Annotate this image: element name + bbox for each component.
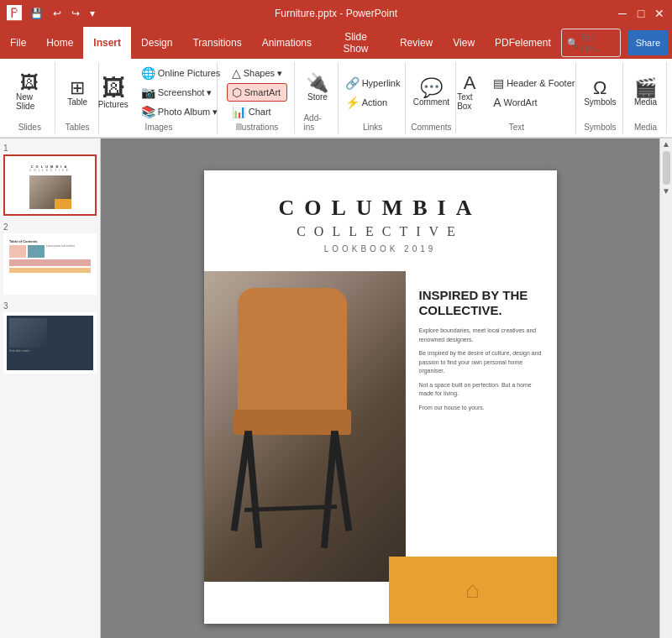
tab-animations[interactable]: Animations — [252, 27, 322, 59]
online-pictures-button[interactable]: 🌐 Online Pictures — [136, 64, 226, 82]
smartart-button[interactable]: ⬡ SmartArt — [227, 83, 287, 102]
title-bar: 🅿 💾 ↩ ↪ ▾ Furniture.pptx - PowerPoint ─ … — [0, 0, 672, 27]
header-footer-button[interactable]: ▤ Header & Footer — [488, 74, 580, 92]
tab-review[interactable]: Review — [390, 27, 443, 59]
group-slides: 🖼 New Slide Slides — [5, 62, 55, 133]
slide-canvas[interactable]: COLUMBIA COLLECTIVE LOOKBOOK 2019 — [204, 170, 557, 624]
group-links: 🔗 Hyperlink ⚡ Action Links — [340, 62, 405, 133]
slide-thumb-2-inner: Table of Contents Lorem ipsum text conte… — [7, 237, 93, 291]
powerpoint-logo-icon: 🅿 — [7, 5, 22, 23]
slide-thumb-1[interactable]: COLUMBIA COLLECTIVE — [3, 154, 97, 216]
maximize-btn[interactable]: □ — [635, 8, 647, 19]
thumb-2-title: Table of Contents — [9, 239, 91, 243]
thumb-2-box2 — [28, 245, 45, 258]
group-symbols: Ω Symbols Symbols — [578, 62, 623, 133]
album-icon: 📚 — [141, 105, 155, 118]
tab-insert[interactable]: Insert — [83, 27, 131, 59]
text-col: ▤ Header & Footer A WordArt — [488, 74, 580, 112]
table-icon: ⊞ — [70, 79, 85, 97]
slide-title-section: COLUMBIA COLLECTIVE LOOKBOOK 2019 — [204, 170, 557, 254]
pictures-icon: 🖼 — [102, 76, 125, 100]
illustrations-col: △ Shapes ▾ ⬡ SmartArt 📊 Chart — [227, 64, 287, 121]
online-pics-icon: 🌐 — [141, 66, 155, 80]
group-tables-content: ⊞ Table — [60, 64, 94, 121]
group-addins-content: 🔌 Store — [301, 64, 334, 112]
wordart-button[interactable]: A WordArt — [488, 93, 580, 112]
comment-button[interactable]: 💬 Comment — [409, 76, 454, 109]
slide-2-preview: Table of Contents Lorem ipsum text conte… — [7, 237, 93, 291]
group-text-content: A Text Box ▤ Header & Footer A WordArt — [453, 64, 580, 121]
tab-file[interactable]: File — [0, 27, 36, 59]
chart-icon: 📊 — [232, 105, 246, 118]
minimize-btn[interactable]: ─ — [617, 8, 628, 19]
links-col: 🔗 Hyperlink ⚡ Action — [340, 74, 406, 112]
shapes-button[interactable]: △ Shapes ▾ — [227, 64, 287, 82]
slide-number-1: 1 — [3, 144, 97, 153]
group-slides-content: 🖼 New Slide — [12, 64, 48, 121]
slide-thumb-1-inner: COLUMBIA COLLECTIVE — [7, 158, 93, 212]
tab-view[interactable]: View — [443, 27, 485, 59]
addins-button[interactable]: 🔌 Store — [301, 71, 334, 104]
wordart-icon: A — [493, 96, 501, 109]
scroll-up-arrow[interactable]: ▲ — [662, 140, 670, 149]
images-col: 🌐 Online Pictures 📷 Screenshot ▾ 📚 Photo… — [136, 64, 226, 121]
media-button[interactable]: 🎬 Media — [629, 76, 663, 109]
tab-slideshow[interactable]: Slide Show — [322, 27, 390, 59]
action-button[interactable]: ⚡ Action — [340, 93, 406, 112]
slide-panel: 1 COLUMBIA COLLECTIVE 2 Table of Content… — [0, 139, 101, 638]
tell-me-box[interactable]: 🔍 Tell me... — [561, 29, 621, 57]
comment-icon: 💬 — [420, 79, 443, 97]
footer-icon: ⌂ — [465, 577, 480, 604]
main-area: 1 COLUMBIA COLLECTIVE 2 Table of Content… — [0, 139, 672, 638]
customize-quick-btn[interactable]: ▾ — [87, 6, 98, 21]
search-icon: 🔍 — [567, 38, 579, 49]
pictures-button[interactable]: 🖼 Pictures — [92, 73, 134, 112]
textbox-button[interactable]: A Text Box — [453, 71, 486, 113]
close-btn[interactable]: ✕ — [654, 8, 665, 19]
slide-body4: From our house to yours. — [419, 404, 543, 413]
group-illustrations-content: △ Shapes ▾ ⬡ SmartArt 📊 Chart — [227, 64, 287, 121]
symbols-icon: Ω — [593, 79, 606, 97]
redo-quick-btn[interactable]: ↪ — [68, 6, 83, 21]
tab-transitions[interactable]: Transitions — [182, 27, 251, 59]
thumb-3-text: Dark slide content — [9, 349, 91, 353]
undo-quick-btn[interactable]: ↩ — [50, 6, 65, 21]
slide-thumb-3[interactable]: Dark slide content — [3, 312, 97, 374]
save-quick-btn[interactable]: 💾 — [27, 6, 46, 21]
share-button[interactable]: Share — [627, 30, 669, 55]
symbols-button[interactable]: Ω Symbols — [580, 76, 620, 109]
slide-1-preview: COLUMBIA COLLECTIVE — [7, 158, 93, 212]
group-images: 🖼 Pictures 🌐 Online Pictures 📷 Screensho… — [101, 62, 218, 133]
photo-album-button[interactable]: 📚 Photo Album ▾ — [136, 102, 226, 121]
tab-design[interactable]: Design — [131, 27, 182, 59]
slide-thumb-2[interactable]: Table of Contents Lorem ipsum text conte… — [3, 233, 97, 295]
action-icon: ⚡ — [345, 96, 360, 109]
slide-number-3: 3 — [3, 301, 97, 311]
group-illustrations: △ Shapes ▾ ⬡ SmartArt 📊 Chart Illustrati… — [219, 62, 295, 133]
slide-body2: Be inspired by the desire of culture, de… — [419, 349, 543, 376]
window-title: Furniture.pptx - PowerPoint — [275, 8, 397, 19]
hyperlink-icon: 🔗 — [345, 76, 360, 90]
hyperlink-button[interactable]: 🔗 Hyperlink — [340, 74, 406, 92]
new-slide-button[interactable]: 🖼 New Slide — [12, 71, 48, 113]
thumb-2-row1: Lorem ipsum text content — [9, 245, 91, 258]
textbox-icon: A — [464, 74, 476, 92]
tab-pdfelement[interactable]: PDFelement — [485, 27, 561, 59]
scroll-down-arrow[interactable]: ▼ — [662, 187, 670, 196]
group-media-content: 🎬 Media — [629, 64, 663, 121]
vertical-scrollbar[interactable]: ▲ ▼ — [659, 139, 672, 638]
chair-leg3 — [230, 431, 251, 531]
scroll-thumb[interactable] — [663, 151, 670, 185]
ribbon: File Home Insert Design Transitions Anim… — [0, 27, 672, 139]
table-button[interactable]: ⊞ Table — [60, 76, 94, 109]
tab-home[interactable]: Home — [36, 27, 83, 59]
slide-title-line2: COLLECTIVE — [204, 224, 557, 239]
thumb-1-orange — [55, 199, 71, 209]
media-icon: 🎬 — [634, 79, 657, 97]
slide-body3: Not a space built on perfection. But a h… — [419, 381, 543, 399]
quick-access-toolbar: 💾 ↩ ↪ ▾ — [27, 6, 98, 21]
chart-button[interactable]: 📊 Chart — [227, 102, 287, 121]
screenshot-button[interactable]: 📷 Screenshot ▾ — [136, 83, 226, 102]
slide-subtitle: LOOKBOOK 2019 — [204, 244, 557, 254]
ribbon-tab-bar: File Home Insert Design Transitions Anim… — [0, 27, 672, 59]
